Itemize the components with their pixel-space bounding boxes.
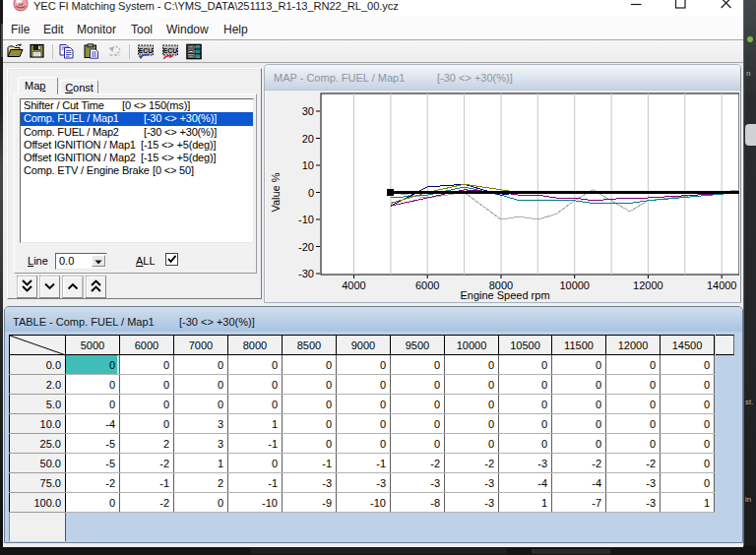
svg-text:0: 0 — [308, 187, 314, 199]
svg-text:10: 10 — [302, 159, 314, 171]
svg-text:-30: -30 — [298, 268, 314, 279]
svg-text:20: 20 — [302, 133, 314, 145]
svg-text:-10: -10 — [298, 214, 314, 225]
svg-text:4000: 4000 — [342, 279, 365, 291]
svg-text:ECU: ECU — [139, 47, 153, 54]
svg-text:14000: 14000 — [707, 279, 737, 291]
svg-text:6000: 6000 — [415, 279, 439, 291]
svg-text:-20: -20 — [298, 241, 314, 253]
svg-text:Engine Speed rpm: Engine Speed rpm — [460, 289, 549, 301]
svg-text:30: 30 — [302, 105, 314, 117]
svg-text:Value %: Value % — [270, 172, 282, 212]
svg-text:10000: 10000 — [559, 279, 590, 291]
svg-text:ECU: ECU — [163, 47, 177, 54]
svg-text:12000: 12000 — [633, 279, 663, 291]
